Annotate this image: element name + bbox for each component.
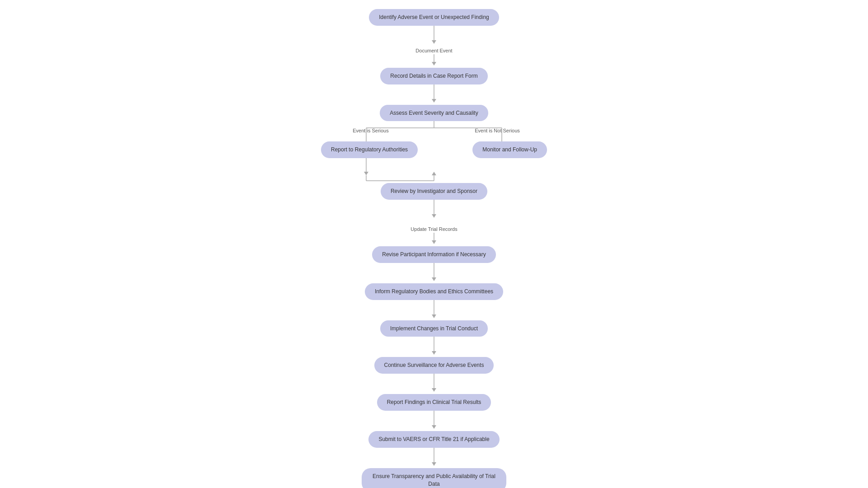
svg-marker-21 [432, 240, 436, 244]
node-monitor-followup: Monitor and Follow-Up [472, 141, 547, 158]
node-record: Record Details in Case Report Form [380, 68, 487, 84]
connector-2 [429, 84, 439, 105]
node-revise: Revise Participant Information if Necess… [372, 246, 495, 263]
svg-marker-5 [432, 99, 436, 103]
node-report-regulatory: Report to Regulatory Authorities [321, 141, 418, 158]
node-implement: Implement Changes in Trial Conduct [380, 320, 488, 337]
connector-9 [429, 448, 439, 468]
svg-marker-27 [432, 351, 436, 355]
connector-7 [429, 374, 439, 394]
svg-marker-31 [432, 425, 436, 429]
node-identify: Identify Adverse Event or Unexpected Fin… [369, 9, 499, 26]
svg-marker-23 [432, 277, 436, 281]
connector-5 [429, 300, 439, 320]
svg-marker-33 [432, 462, 436, 466]
branch-labels: Event is Serious Event is Not Serious [316, 128, 552, 133]
svg-marker-25 [432, 314, 436, 318]
label-serious: Event is Serious [335, 128, 407, 133]
branch-merge-svg [316, 158, 552, 183]
label-not-serious: Event is Not Serious [461, 128, 533, 133]
node-assess: Assess Event Severity and Causality [380, 105, 488, 122]
node-submit-vaers: Submit to VAERS or CFR Title 21 if Appli… [368, 431, 499, 448]
branch-section: Event is Serious Event is Not Serious Re… [316, 121, 552, 183]
svg-marker-13 [364, 172, 368, 175]
node-ensure-transparency: Ensure Transparency and Public Availabil… [362, 468, 506, 488]
svg-marker-17 [432, 172, 436, 175]
connector-6 [429, 337, 439, 357]
label-update-trial: Update Trial Records [410, 226, 457, 232]
node-review: Review by Investigator and Sponsor [381, 183, 487, 200]
svg-marker-1 [432, 40, 436, 44]
connector-4 [429, 263, 439, 283]
main-flow: Identify Adverse Event or Unexpected Fin… [316, 9, 552, 488]
svg-marker-29 [432, 388, 436, 392]
label-document-event: Document Event [415, 48, 452, 53]
flowchart-container: Identify Adverse Event or Unexpected Fin… [0, 0, 868, 488]
connector-3 [429, 200, 439, 225]
connector-1 [429, 26, 439, 46]
svg-marker-19 [432, 214, 436, 218]
branch-nodes: Report to Regulatory Authorities Monitor… [316, 141, 552, 158]
node-report-findings: Report Findings in Clinical Trial Result… [377, 394, 491, 411]
node-inform: Inform Regulatory Bodies and Ethics Comm… [365, 283, 503, 300]
connector-3b [429, 233, 439, 246]
connector-8 [429, 411, 439, 431]
svg-marker-3 [432, 62, 436, 66]
connector-1b [429, 54, 439, 68]
node-continue-surveillance: Continue Surveillance for Adverse Events [374, 357, 494, 374]
